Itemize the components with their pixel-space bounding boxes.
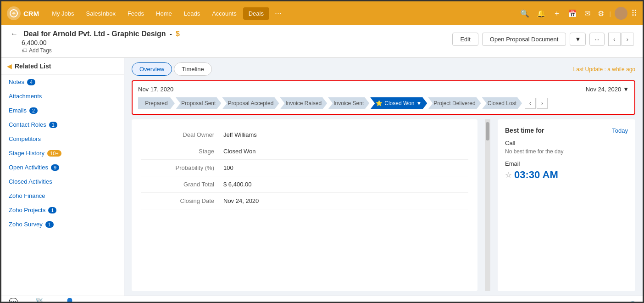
settings-icon[interactable]: ⚙ bbox=[596, 7, 606, 20]
sidebar-zoho-projects-label: Zoho Projects bbox=[9, 207, 45, 213]
stage-proposal-sent[interactable]: Proposal Sent bbox=[176, 97, 221, 109]
open-proposal-button[interactable]: Open Proposal Document bbox=[482, 33, 566, 46]
stage-project-delivered[interactable]: Project Delivered bbox=[428, 97, 481, 109]
edit-button[interactable]: Edit bbox=[452, 33, 478, 46]
channels-button[interactable]: 📡 Channels bbox=[29, 297, 50, 303]
best-time-panel: Best time for Today Call No best time fo… bbox=[498, 119, 635, 291]
more-options-button[interactable]: ··· bbox=[589, 33, 605, 46]
nav-logo-text: CRM bbox=[23, 10, 39, 17]
bottom-bar: 💬 Chats 📡 Channels 👤 Contacts Here is yo… bbox=[1, 296, 643, 303]
stage-end-date-row: Nov 24, 2020 ▼ bbox=[586, 86, 629, 93]
nav-home[interactable]: Home bbox=[150, 7, 178, 20]
sidebar-item-closed-activities[interactable]: Closed Activities bbox=[1, 174, 124, 189]
stages-row: Prepared Proposal Sent Proposal Accepted… bbox=[138, 97, 629, 109]
prev-record-button[interactable]: ‹ bbox=[608, 33, 620, 46]
best-time-today-button[interactable]: Today bbox=[612, 127, 628, 134]
stage-closed-lost-label: Closed Lost bbox=[488, 100, 516, 107]
user-avatar[interactable] bbox=[615, 7, 627, 20]
sidebar-item-stage-history[interactable]: Stage History 10+ bbox=[1, 146, 124, 160]
sidebar-item-zoho-finance[interactable]: Zoho Finance bbox=[1, 189, 124, 203]
add-tags-label: Add Tags bbox=[29, 47, 52, 54]
nav-items: My Jobs SalesInbox Feeds Home Leads Acco… bbox=[46, 6, 515, 21]
stage-closed-lost[interactable]: Closed Lost bbox=[482, 97, 522, 109]
sidebar-item-open-activities[interactable]: Open Activities 9 bbox=[1, 160, 124, 174]
scrollbar[interactable] bbox=[485, 119, 490, 291]
stage-invoice-sent[interactable]: Invoice Sent bbox=[328, 97, 369, 109]
deal-probability-label: Probability (%) bbox=[141, 164, 214, 171]
crm-logo-icon bbox=[7, 6, 21, 20]
stage-proposal-sent-label: Proposal Sent bbox=[181, 100, 216, 107]
sidebar-emails-label: Emails bbox=[9, 107, 27, 114]
bell-icon[interactable]: 🔔 bbox=[535, 7, 548, 20]
deal-header-right: Edit Open Proposal Document ▼ ··· ‹ › bbox=[452, 33, 633, 46]
timer-icon[interactable]: ⏱ bbox=[615, 301, 622, 303]
sidebar-item-notes[interactable]: Notes 4 bbox=[1, 75, 124, 89]
sidebar-item-zoho-projects[interactable]: Zoho Projects 1 bbox=[1, 203, 124, 217]
nav-feeds[interactable]: Feeds bbox=[122, 7, 150, 20]
nav-accounts[interactable]: Accounts bbox=[206, 7, 242, 20]
download-icon[interactable]: ⬇ bbox=[604, 301, 610, 303]
gamepad-icon[interactable]: 🎮 bbox=[589, 301, 598, 303]
back-button[interactable]: ← bbox=[11, 30, 18, 38]
plus-icon[interactable]: ＋ bbox=[551, 7, 562, 20]
proposal-dropdown-button[interactable]: ▼ bbox=[570, 33, 586, 46]
stage-star-icon: ⭐ bbox=[376, 100, 383, 107]
screen-icon[interactable]: 🖥 bbox=[546, 301, 554, 303]
search-icon[interactable]: 🔍 bbox=[518, 7, 531, 20]
tab-overview[interactable]: Overview bbox=[132, 62, 172, 76]
deal-currency-symbol: $ bbox=[176, 30, 180, 38]
chats-button[interactable]: 💬 Chats bbox=[7, 297, 20, 303]
best-time-star-icon: ☆ bbox=[505, 171, 511, 180]
mail-icon[interactable]: ✉ bbox=[583, 7, 592, 20]
nav-deals[interactable]: Deals bbox=[243, 7, 269, 20]
sidebar-item-competitors[interactable]: Competitors bbox=[1, 132, 124, 146]
stage-proposal-accepted[interactable]: Proposal Accepted bbox=[222, 97, 279, 109]
stage-active-dropdown[interactable]: ▼ bbox=[416, 100, 422, 107]
sidebar-stage-history-badge: 10+ bbox=[47, 150, 61, 157]
content-area: Overview Timeline Last Update : a while … bbox=[124, 58, 643, 296]
tab-timeline[interactable]: Timeline bbox=[174, 62, 212, 76]
deal-amount-row: 6,400.00 bbox=[11, 39, 180, 46]
deal-tags-row[interactable]: 🏷 Add Tags bbox=[11, 47, 180, 54]
clock-icon[interactable]: 🕐 bbox=[628, 301, 637, 303]
nav-more-icon[interactable]: ··· bbox=[270, 6, 286, 21]
stage-nav-buttons: ‹ › bbox=[525, 98, 548, 109]
deal-info-row-owner: Deal Owner Jeff Williams bbox=[141, 127, 468, 143]
stage-invoice-sent-label: Invoice Sent bbox=[333, 100, 364, 107]
nav-logo[interactable]: CRM bbox=[7, 6, 39, 20]
tab-bar: Overview Timeline Last Update : a while … bbox=[124, 58, 643, 76]
ask-zia-icon[interactable]: Ask Zia bbox=[559, 301, 583, 303]
nav-leads[interactable]: Leads bbox=[178, 7, 205, 20]
stage-project-delivered-label: Project Delivered bbox=[433, 100, 475, 107]
deal-owner-value: Jeff Williams bbox=[223, 131, 257, 138]
stage-prepared[interactable]: Prepared bbox=[138, 97, 175, 109]
stage-prev-button[interactable]: ‹ bbox=[525, 98, 536, 109]
sidebar-open-activities-label: Open Activities bbox=[9, 164, 48, 171]
deal-grand-total-label: Grand Total bbox=[141, 181, 214, 188]
chats-icon: 💬 bbox=[9, 297, 18, 303]
nav-salesinbox[interactable]: SalesInbox bbox=[81, 7, 121, 20]
tag-icon: 🏷 bbox=[22, 47, 27, 54]
nav-myjobs[interactable]: My Jobs bbox=[46, 7, 79, 20]
sidebar-contact-roles-label: Contact Roles bbox=[9, 121, 46, 128]
sidebar-item-attachments[interactable]: Attachments bbox=[1, 89, 124, 103]
stage-end-date-dropdown[interactable]: ▼ bbox=[623, 86, 629, 93]
stage-invoice-raised[interactable]: Invoice Raised bbox=[280, 97, 327, 109]
calendar-icon[interactable]: 📅 bbox=[566, 7, 579, 20]
sidebar-attachments-label: Attachments bbox=[9, 93, 42, 100]
stage-next-button[interactable]: › bbox=[537, 98, 548, 109]
sidebar-collapse-icon[interactable]: ◀ bbox=[7, 62, 12, 70]
sidebar-title: Related List bbox=[15, 62, 51, 70]
scrollbar-thumb[interactable] bbox=[486, 122, 489, 140]
sidebar-item-emails[interactable]: Emails 2 bbox=[1, 103, 124, 118]
contacts-button[interactable]: 👤 Contacts bbox=[60, 297, 79, 303]
grid-icon[interactable]: ⠿ bbox=[631, 8, 637, 18]
sidebar-item-zoho-survey[interactable]: Zoho Survey 1 bbox=[1, 217, 124, 231]
sidebar-item-contact-roles[interactable]: Contact Roles 1 bbox=[1, 118, 124, 132]
sidebar-zoho-survey-label: Zoho Survey bbox=[9, 221, 43, 228]
best-time-email-time: ☆ 03:30 AM bbox=[505, 169, 628, 181]
sidebar-emails-badge: 2 bbox=[29, 107, 38, 114]
stage-closed-won[interactable]: ⭐ Closed Won ▼ bbox=[370, 97, 427, 109]
last-update-label: Last Update : a while ago bbox=[573, 66, 635, 73]
next-record-button[interactable]: › bbox=[622, 33, 633, 46]
